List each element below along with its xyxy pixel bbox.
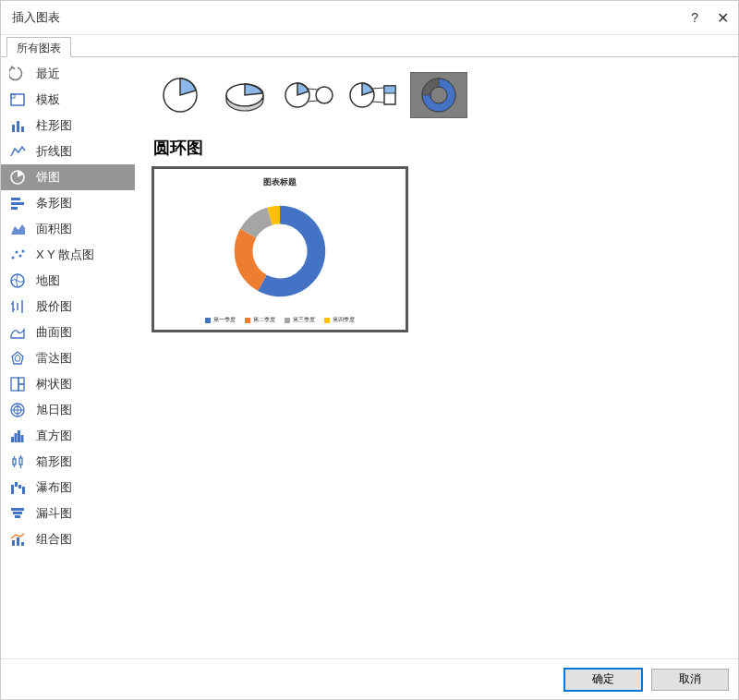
sidebar-item-label: 漏斗图 [36, 505, 72, 522]
sidebar-item-label: 旭日图 [36, 402, 72, 418]
svg-rect-6 [11, 198, 20, 200]
svg-point-13 [22, 250, 25, 253]
svg-rect-24 [18, 384, 24, 391]
svg-rect-33 [13, 459, 16, 465]
dialog-title: 插入图表 [12, 9, 60, 26]
sidebar-item-treemap[interactable]: 树状图 [1, 371, 135, 397]
svg-rect-23 [18, 378, 24, 384]
legend-swatch-icon [205, 318, 211, 323]
sidebar-item-label: X Y 散点图 [36, 247, 94, 263]
legend-swatch-icon [245, 318, 250, 323]
svg-rect-0 [11, 94, 24, 105]
map-icon [8, 272, 27, 290]
area-icon [8, 220, 27, 238]
svg-line-58 [372, 88, 384, 89]
svg-rect-4 [21, 127, 24, 132]
content-area: 最近 模板 柱形图 折线图 饼图 [1, 57, 738, 658]
svg-point-52 [316, 87, 333, 103]
sidebar-item-label: 雷达图 [36, 350, 72, 367]
recent-icon [8, 65, 27, 83]
legend-swatch-icon [324, 318, 330, 323]
pie-subtype-icon [157, 75, 203, 115]
sidebar-item-line[interactable]: 折线图 [1, 139, 135, 164]
legend-item-q2: 第二季度 [245, 316, 275, 324]
svg-rect-31 [18, 430, 20, 442]
sidebar-item-combo[interactable]: 组合图 [1, 526, 135, 552]
sidebar-item-funnel[interactable]: 漏斗图 [1, 501, 135, 526]
column-icon [8, 116, 27, 135]
histogram-icon [8, 427, 27, 445]
svg-rect-47 [17, 537, 19, 546]
surface-icon [8, 323, 27, 342]
doughnut-chart-icon [220, 192, 340, 310]
svg-rect-2 [12, 125, 15, 132]
svg-rect-36 [19, 458, 22, 465]
sidebar-item-box[interactable]: 箱形图 [1, 449, 135, 475]
subtype-pie[interactable] [151, 72, 209, 118]
cancel-button[interactable]: 取消 [651, 669, 729, 691]
svg-marker-21 [15, 355, 20, 361]
line-icon [8, 142, 27, 161]
subtype-doughnut[interactable] [410, 72, 467, 118]
svg-rect-39 [11, 485, 14, 494]
svg-rect-22 [11, 378, 18, 391]
legend-swatch-icon [285, 318, 290, 323]
preview-heading: 圆环图 [153, 137, 721, 159]
waterfall-icon [8, 478, 27, 497]
sidebar-item-recent[interactable]: 最近 [1, 61, 135, 87]
sidebar-item-pie[interactable]: 饼图 [1, 164, 135, 190]
sidebar-item-radar[interactable]: 雷达图 [1, 345, 135, 371]
close-button[interactable]: ✕ [717, 9, 729, 27]
sidebar-item-histogram[interactable]: 直方图 [1, 423, 135, 449]
radar-icon [8, 349, 27, 368]
sidebar-item-waterfall[interactable]: 瀑布图 [1, 475, 135, 501]
svg-rect-41 [18, 485, 21, 489]
svg-rect-29 [11, 437, 14, 442]
sidebar-item-templates[interactable]: 模板 [1, 87, 135, 113]
dialog-footer: 确定 取消 [1, 658, 738, 699]
svg-rect-45 [15, 515, 20, 518]
legend-item-q1: 第一季度 [205, 316, 236, 324]
sidebar-item-label: 箱形图 [36, 453, 72, 470]
svg-marker-9 [11, 224, 25, 235]
sidebar-item-bar[interactable]: 条形图 [1, 190, 135, 216]
svg-rect-48 [21, 542, 24, 546]
sidebar-item-label: 条形图 [36, 195, 72, 211]
treemap-icon [8, 375, 27, 393]
template-icon [8, 91, 27, 109]
sidebar-item-label: 折线图 [36, 143, 72, 160]
sidebar-item-stock[interactable]: 股价图 [1, 294, 135, 320]
svg-rect-44 [13, 512, 22, 514]
svg-point-61 [430, 87, 447, 103]
sidebar-item-surface[interactable]: 曲面图 [1, 320, 135, 345]
sidebar-item-area[interactable]: 面积图 [1, 216, 135, 242]
svg-rect-3 [17, 121, 19, 132]
stock-icon [8, 297, 27, 316]
sidebar-item-map[interactable]: 地图 [1, 268, 135, 294]
chart-preview-title: 图表标题 [263, 176, 297, 188]
sidebar-item-label: 地图 [36, 272, 60, 289]
svg-rect-57 [384, 86, 395, 93]
legend-item-q3: 第三季度 [285, 316, 315, 324]
svg-rect-32 [21, 435, 24, 442]
sidebar-item-column[interactable]: 柱形图 [1, 113, 135, 139]
bar-icon [8, 194, 27, 212]
ok-button[interactable]: 确定 [564, 669, 642, 691]
sidebar-item-sunburst[interactable]: 旭日图 [1, 397, 135, 423]
sunburst-icon [8, 401, 27, 419]
subtype-bar-of-pie[interactable] [345, 72, 403, 118]
funnel-icon [8, 504, 27, 523]
chart-preview[interactable]: 图表标题 第一季度 [151, 166, 408, 332]
sidebar-item-label: 组合图 [36, 531, 72, 548]
sidebar-item-label: 瀑布图 [36, 479, 72, 496]
subtype-pie-of-pie[interactable] [281, 72, 338, 118]
scatter-icon [8, 246, 27, 264]
svg-point-12 [19, 255, 22, 258]
sidebar-item-label: 模板 [36, 91, 60, 108]
sidebar-item-scatter[interactable]: X Y 散点图 [1, 242, 135, 268]
main-pane: 圆环图 图表标题 [135, 57, 738, 658]
tab-all-charts[interactable]: 所有图表 [6, 37, 71, 57]
subtype-pie-3d[interactable] [216, 72, 273, 118]
help-button[interactable]: ? [691, 10, 698, 25]
pie-3d-subtype-icon [222, 75, 268, 115]
